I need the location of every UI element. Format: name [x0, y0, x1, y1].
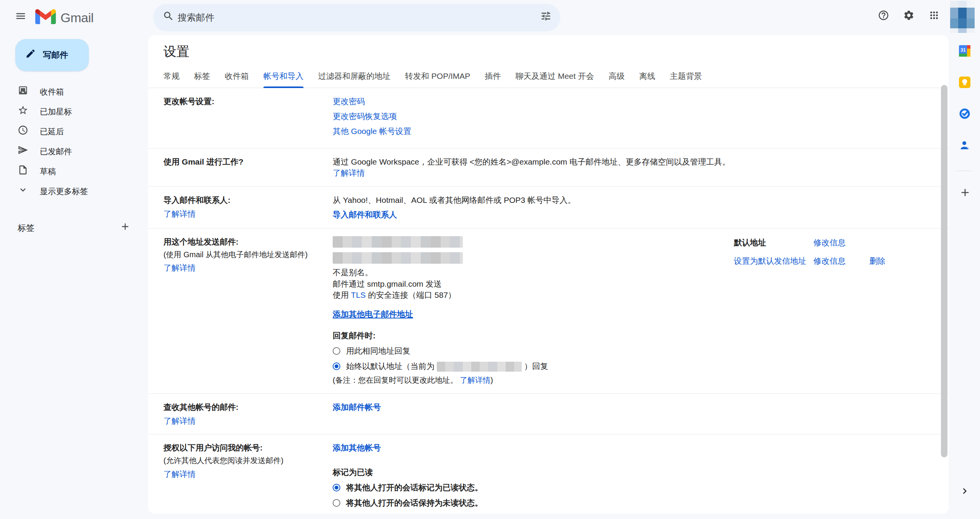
pencil-icon	[25, 48, 36, 62]
learn-more-link[interactable]: 了解详情	[163, 468, 196, 480]
not-alias-text: 不是别名。	[333, 267, 734, 278]
change-password-recovery-link[interactable]: 更改密码恢复选项	[333, 111, 734, 122]
radio-label: 用此相同地址回复	[346, 345, 410, 357]
tls-suffix: 的安全连接（端口 587）	[366, 291, 456, 299]
sidebar-item-more-labels[interactable]: 显示更多标签	[0, 181, 148, 201]
sidebar-item-starred[interactable]: 已加星标	[0, 102, 148, 122]
keep-button[interactable]	[959, 77, 970, 88]
learn-more-link[interactable]: 了解详情	[333, 168, 365, 177]
main-menu-button[interactable]	[11, 8, 30, 27]
tab-chat-meet[interactable]: 聊天及通过 Meet 开会	[515, 70, 594, 88]
row-content: 添加邮件帐号	[333, 401, 734, 427]
search-icon	[163, 10, 174, 25]
compose-button[interactable]: 写邮件	[15, 39, 89, 71]
make-default-link[interactable]: 设置为默认发信地址	[734, 255, 813, 267]
row-label: 授权以下用户访问我的帐号:	[163, 442, 333, 454]
show-side-panel-button[interactable]	[959, 485, 970, 500]
sidebar-item-label: 已延后	[40, 126, 64, 137]
sidebar-item-snoozed[interactable]: 已延后	[0, 122, 148, 142]
add-email-address-link[interactable]: 添加其他电子邮件地址	[333, 308, 413, 320]
get-addons-button[interactable]	[959, 186, 970, 198]
add-mail-account-link[interactable]: 添加邮件帐号	[333, 403, 381, 411]
row-send-mail-as: 用这个地址发送邮件: (使用 Gmail 从其他电子邮件地址发送邮件) 了解详情…	[148, 228, 949, 394]
sidebar-item-label: 显示更多标签	[40, 186, 88, 197]
send-icon	[18, 145, 28, 158]
mark-read-option[interactable]: 将其他人打开的会话标记为已读状态。	[333, 482, 734, 493]
search-options-button[interactable]	[537, 8, 555, 27]
svg-text:31: 31	[960, 47, 966, 53]
import-mail-contacts-link[interactable]: 导入邮件和联系人	[333, 209, 397, 220]
contacts-icon	[959, 144, 970, 152]
sidebar-item-inbox[interactable]: 收件箱	[0, 82, 148, 102]
search-submit-button[interactable]	[159, 8, 178, 27]
google-apps-button[interactable]	[925, 8, 943, 26]
import-text: 从 Yahoo!、Hotmail、AOL 或者其他网络邮件或 POP3 帐号中导…	[333, 194, 734, 206]
tls-link[interactable]: TLS	[351, 291, 366, 299]
tab-labels[interactable]: 标签	[194, 70, 210, 88]
add-another-account-link[interactable]: 添加其他帐号	[333, 443, 381, 452]
contacts-button[interactable]	[959, 139, 970, 151]
sidebar-item-label: 已加星标	[40, 106, 72, 118]
tab-forwarding-pop-imap[interactable]: 转发和 POP/IMAP	[405, 70, 470, 88]
settings-button[interactable]	[900, 8, 918, 26]
change-password-link[interactable]: 更改密码	[333, 96, 734, 107]
learn-more-link[interactable]: 了解详情	[163, 415, 196, 427]
learn-more-link[interactable]: 了解详情	[163, 208, 196, 220]
radio-selected[interactable]	[333, 484, 340, 491]
send-as-actions: 默认地址 修改信息 设置为默认发信地址 修改信息 删除	[734, 236, 933, 386]
plus-icon	[959, 191, 971, 200]
mailbox-nav: 收件箱 已加星标 已延后 已发邮件 草稿 显示更多标签	[0, 82, 148, 201]
help-button[interactable]	[874, 8, 893, 26]
row-content: 不是别名。 邮件通过 smtp.gmail.com 发送 使用 TLS 的安全连…	[333, 236, 734, 386]
row-label: 用这个地址发送邮件:	[163, 236, 333, 248]
other-google-account-settings-link[interactable]: 其他 Google 帐号设置	[333, 126, 734, 137]
search-input[interactable]	[178, 11, 537, 24]
row-label-group: 用这个地址发送邮件: (使用 Gmail 从其他电子邮件地址发送邮件) 了解详情	[163, 236, 333, 386]
row-gmail-for-work: 使用 Gmail 进行工作? 通过 Google Workspace，企业可获得…	[148, 149, 949, 187]
row-label: 更改帐号设置:	[163, 96, 333, 140]
row-label-group: 导入邮件和联系人: 了解详情	[163, 194, 333, 220]
inbox-icon	[18, 85, 28, 99]
sidebar-item-drafts[interactable]: 草稿	[0, 162, 148, 181]
learn-more-link[interactable]: 了解详情	[460, 376, 490, 384]
radio-selected[interactable]	[333, 362, 340, 370]
reply-same-address-option[interactable]: 用此相同地址回复	[333, 345, 734, 357]
account-avatar[interactable]	[950, 1, 975, 33]
search-bar[interactable]	[153, 4, 560, 31]
radio-unselected[interactable]	[333, 499, 340, 507]
settings-tabs: 常规 标签 收件箱 帐号和导入 过滤器和屏蔽的地址 转发和 POP/IMAP 插…	[148, 70, 949, 88]
sidebar-item-sent[interactable]: 已发邮件	[0, 142, 148, 162]
learn-more-link[interactable]: 了解详情	[163, 262, 196, 274]
rail-divider	[957, 171, 973, 171]
radio-label: 始终以默认地址（当前为）回复	[346, 361, 548, 372]
delete-link[interactable]: 删除	[869, 255, 933, 267]
tab-filters-blocked[interactable]: 过滤器和屏蔽的地址	[318, 70, 390, 88]
gmail-logo[interactable]: Gmail	[35, 8, 93, 27]
create-label-button[interactable]	[116, 219, 134, 237]
tab-advanced[interactable]: 高级	[609, 70, 625, 88]
radio-unselected[interactable]	[333, 347, 340, 355]
sidebar-item-label: 收件箱	[40, 86, 64, 98]
tasks-button[interactable]	[959, 108, 970, 119]
edit-info-link-1[interactable]: 修改信息	[813, 237, 869, 248]
chevron-down-icon	[18, 184, 28, 198]
edit-info-link-2[interactable]: 修改信息	[813, 255, 869, 267]
page-title: 设置	[163, 42, 949, 60]
calendar-button[interactable]: 31	[959, 45, 970, 57]
tab-addons[interactable]: 插件	[485, 70, 501, 88]
reply-default-address-option[interactable]: 始终以默认地址（当前为）回复	[333, 361, 734, 372]
topbar-actions	[874, 8, 943, 26]
gmail-logo-icon	[35, 8, 56, 27]
tab-themes[interactable]: 主题背景	[670, 70, 702, 88]
tab-accounts-import[interactable]: 帐号和导入	[263, 70, 304, 88]
tab-inbox[interactable]: 收件箱	[225, 70, 249, 88]
hamburger-icon	[15, 10, 26, 25]
keep-unread-option[interactable]: 将其他人打开的会话保持为未读状态。	[333, 497, 734, 509]
star-icon	[18, 105, 28, 119]
tab-offline[interactable]: 离线	[639, 70, 655, 88]
row-sublabel: (使用 Gmail 从其他电子邮件地址发送邮件)	[163, 249, 333, 260]
vertical-scrollbar[interactable]	[941, 85, 947, 457]
settings-panel: 设置 常规 标签 收件箱 帐号和导入 过滤器和屏蔽的地址 转发和 POP/IMA…	[148, 35, 949, 514]
tab-general[interactable]: 常规	[163, 70, 180, 88]
tls-prefix: 使用	[333, 291, 351, 299]
